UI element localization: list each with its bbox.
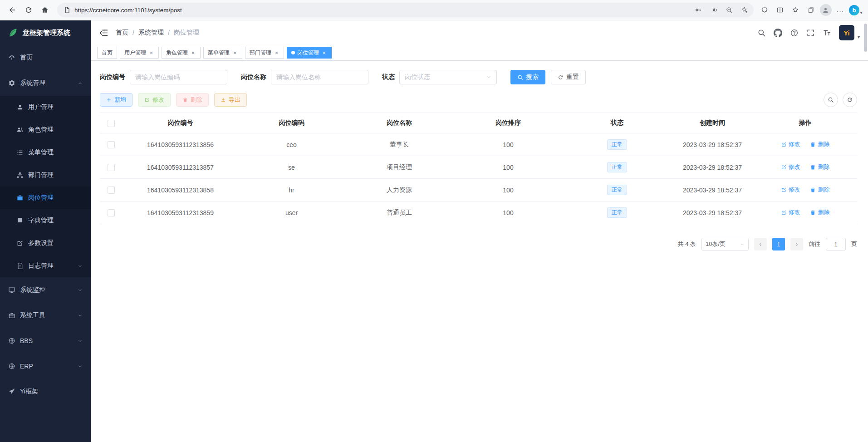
- row-checkbox[interactable]: [108, 141, 115, 148]
- row-delete-button[interactable]: 删除: [810, 186, 829, 194]
- fullscreen-icon[interactable]: [806, 29, 815, 37]
- row-delete-button[interactable]: 删除: [810, 140, 829, 148]
- collections-button[interactable]: [804, 4, 817, 16]
- page-scrollbar[interactable]: [864, 24, 867, 52]
- table-row: 1641030593112313857 se 项目经理 100 正常 2023-…: [100, 156, 857, 179]
- goto-page-input[interactable]: [826, 238, 846, 250]
- avatar-caret-icon[interactable]: ▾: [858, 34, 860, 39]
- column-status: 状态: [563, 113, 672, 133]
- column-post-name: 岗位名称: [345, 113, 454, 133]
- export-button[interactable]: 导出: [214, 93, 247, 107]
- url-text[interactable]: https://ccnetcore.com:1101/system/post: [74, 7, 689, 14]
- sidebar-item-user-management[interactable]: 用户管理: [0, 96, 91, 118]
- post-code-input[interactable]: [130, 70, 227, 84]
- select-all-checkbox[interactable]: [108, 120, 115, 127]
- browser-profile-button[interactable]: [820, 4, 832, 16]
- post-name-input[interactable]: [271, 70, 368, 84]
- tab-role-management[interactable]: 角色管理 ×: [162, 47, 201, 59]
- prev-page-button[interactable]: ‹: [754, 238, 767, 250]
- collapse-sidebar-icon[interactable]: [99, 28, 108, 38]
- search-icon[interactable]: [757, 29, 766, 37]
- sidebar-group-system-monitoring[interactable]: 系统监控: [0, 277, 91, 303]
- current-page-button[interactable]: 1: [772, 238, 785, 250]
- row-checkbox[interactable]: [108, 187, 115, 194]
- bing-icon: b: [849, 5, 859, 15]
- row-delete-button[interactable]: 删除: [810, 163, 829, 171]
- sidebar-item-yi-framework[interactable]: Yi框架: [0, 379, 91, 404]
- reset-button[interactable]: 重置: [551, 70, 586, 84]
- search-icon: [828, 97, 834, 103]
- row-edit-button[interactable]: 修改: [781, 186, 800, 194]
- sidebar-group-bbs[interactable]: BBS: [0, 328, 91, 354]
- status-select[interactable]: 岗位状态: [399, 70, 497, 84]
- close-icon[interactable]: ×: [321, 50, 327, 56]
- page-size-select[interactable]: 10条/页: [701, 238, 749, 250]
- breadcrumb-separator: /: [168, 29, 170, 36]
- saved-password-button[interactable]: [692, 4, 705, 16]
- address-bar[interactable]: https://ccnetcore.com:1101/system/post: [57, 3, 754, 17]
- goto-label: 前往: [809, 240, 820, 248]
- close-icon[interactable]: ×: [148, 50, 154, 56]
- row-edit-button[interactable]: 修改: [781, 140, 800, 148]
- font-size-icon[interactable]: [823, 29, 831, 37]
- search-button[interactable]: 搜索: [510, 70, 545, 84]
- row-checkbox[interactable]: [108, 209, 115, 216]
- close-icon[interactable]: ×: [190, 50, 196, 56]
- tag-view-bar: 首页 用户管理 × 角色管理 × 菜单管理 × 部门管理 ×: [91, 45, 868, 61]
- sidebar-item-home[interactable]: 首页: [0, 45, 91, 70]
- github-icon[interactable]: [774, 29, 782, 37]
- sidebar-group-system-tools[interactable]: 系统工具: [0, 303, 91, 328]
- browser-menu-button[interactable]: …: [834, 5, 846, 15]
- breadcrumb-home[interactable]: 首页: [116, 29, 128, 37]
- status-badge: 正常: [607, 185, 627, 195]
- show-search-button[interactable]: [824, 93, 838, 107]
- system-management-submenu: 用户管理 角色管理 菜单管理 部门管理: [0, 96, 91, 277]
- row-delete-button[interactable]: 删除: [810, 208, 829, 216]
- sidebar-item-post-management[interactable]: 岗位管理: [0, 187, 91, 209]
- filter-status: 状态 岗位状态: [382, 70, 497, 84]
- tab-menu-management[interactable]: 菜单管理 ×: [203, 47, 242, 59]
- extensions-button[interactable]: [758, 4, 771, 16]
- zoom-out-icon: [726, 6, 733, 14]
- refresh-table-button[interactable]: [843, 93, 857, 107]
- add-button[interactable]: 新增: [100, 93, 132, 107]
- bing-sidebar-button[interactable]: b ▾: [849, 5, 863, 15]
- sidebar-item-department-management[interactable]: 部门管理: [0, 164, 91, 187]
- sidebar-item-dict-management[interactable]: 字典管理: [0, 209, 91, 232]
- help-icon[interactable]: [790, 29, 799, 37]
- top-navbar: 首页 / 系统管理 / 岗位管理 Yi ▾: [91, 20, 868, 45]
- site-info-icon[interactable]: [63, 5, 72, 15]
- close-icon[interactable]: ×: [274, 50, 280, 56]
- refresh-icon: [25, 6, 33, 14]
- trash-icon: [810, 187, 816, 193]
- zoom-button[interactable]: [723, 4, 736, 16]
- sidebar-item-menu-management[interactable]: 菜单管理: [0, 141, 91, 164]
- sidebar-group-system-management[interactable]: 系统管理: [0, 70, 91, 96]
- users-icon: [16, 126, 24, 133]
- sidebar-item-role-management[interactable]: 角色管理: [0, 118, 91, 141]
- read-aloud-button[interactable]: [707, 4, 720, 16]
- tab-user-management[interactable]: 用户管理 ×: [120, 47, 159, 59]
- browser-home-button[interactable]: [37, 2, 53, 18]
- tab-home[interactable]: 首页: [97, 47, 117, 59]
- delete-button[interactable]: 删除: [176, 93, 209, 107]
- sidebar-item-parameter-settings[interactable]: 参数设置: [0, 232, 91, 255]
- row-edit-button[interactable]: 修改: [781, 163, 800, 171]
- next-page-button[interactable]: ›: [790, 238, 803, 250]
- row-edit-button[interactable]: 修改: [781, 208, 800, 216]
- row-checkbox[interactable]: [108, 164, 115, 171]
- close-icon[interactable]: ×: [232, 50, 238, 56]
- edit-button[interactable]: 修改: [138, 93, 171, 107]
- tab-department-management[interactable]: 部门管理 ×: [245, 47, 284, 59]
- tab-post-management[interactable]: 岗位管理 ×: [287, 47, 332, 59]
- favorites-button[interactable]: [789, 4, 802, 16]
- avatar[interactable]: Yi: [839, 25, 854, 40]
- sidebar-group-erp[interactable]: ERP: [0, 354, 91, 379]
- browser-refresh-button[interactable]: [21, 2, 36, 18]
- add-favorite-button[interactable]: [738, 4, 751, 16]
- breadcrumb-system-management[interactable]: 系统管理: [138, 29, 164, 37]
- split-screen-button[interactable]: [774, 4, 786, 16]
- browser-back-button[interactable]: [5, 2, 20, 18]
- sidebar-group-log-management[interactable]: 日志管理: [0, 255, 91, 277]
- filter-form: 岗位编号 岗位名称 状态 岗位状态: [100, 70, 857, 84]
